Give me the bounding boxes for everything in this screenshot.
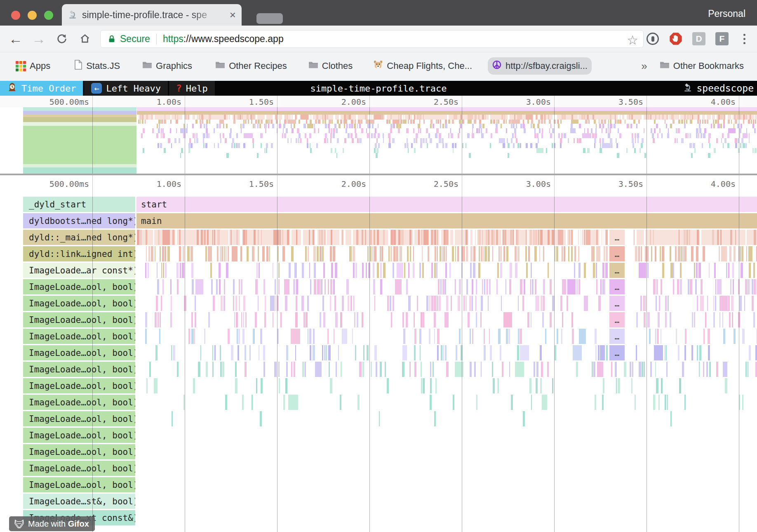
home-button[interactable] [78,31,92,46]
address-bar[interactable]: Secure https://www.speedscope.app ☆ [100,30,644,48]
reload-icon [56,33,68,45]
flame-row-label[interactable]: ImageLoade…ool, bool) [23,461,135,476]
bookmark-item[interactable]: http://sfbay.craigsli... [488,57,592,75]
flame-row-label[interactable]: dyld::link…igned int) [23,246,135,261]
extension-d-icon[interactable]: D [692,32,706,46]
speedscope-brand[interactable]: speedscope [683,81,754,96]
flame-frame-collapsed[interactable]: … [609,246,625,261]
flame-row-label[interactable]: ImageLoade…ar const*) [23,263,135,278]
flame-row-label[interactable]: ImageLoade…ool, bool) [23,329,135,344]
flame-frame-collapsed[interactable]: … [609,230,625,245]
tick-label: 1.00s [111,97,181,107]
browser-menu-button[interactable] [737,32,751,46]
flame-frame-collapsed[interactable]: … [609,263,625,278]
flame-row-label[interactable]: ImageLoade…ool, bool) [23,362,135,377]
bookmark-label: Cheap Flights, Che... [387,61,472,71]
address-separator [156,34,157,45]
flame-row-label[interactable]: dyld::_mai…ned long*) [23,230,135,245]
flame-frame[interactable]: main [136,213,757,228]
gridline [739,107,739,174]
bookmark-star-icon[interactable]: ☆ [627,33,638,48]
folder-icon [215,61,225,71]
flame-row-label[interactable]: ImageLoade…ool, bool) [23,296,135,311]
password-extension-icon[interactable] [646,32,660,46]
gridline [554,197,555,532]
flame-row-label[interactable]: ImageLoade…ool, bool) [23,378,135,393]
tab-label: Help [186,83,208,94]
tab-stub[interactable] [256,13,283,24]
flame-row-label[interactable]: ImageLoade…ool, bool) [23,345,135,360]
flame-frame-collapsed[interactable]: … [609,279,625,294]
flame-row-label[interactable]: ImageLoade…ool, bool) [23,411,135,426]
flame-row-label[interactable]: ImageLoade…st&, bool) [23,494,135,509]
gridline [739,197,739,532]
tick-label: 3.50s [573,97,643,107]
minimap-band [23,111,136,115]
deer-icon [373,60,383,72]
gridline [185,96,185,107]
forward-button[interactable]: → [31,31,46,46]
tick-label: 1.50s [204,97,274,107]
other-bookmarks-folder[interactable]: Other Bookmarks [656,57,748,75]
microscope-favicon-icon [68,9,78,21]
tick-label: 1.50s [204,179,274,189]
tick-label: 1.00s [111,179,181,189]
flamegraph-main[interactable]: _dyld_startstartdyldbootst…ned long*)mai… [0,197,757,532]
flame-frame-collapsed[interactable]: … [609,312,625,327]
bookmark-label: Other Recipes [229,61,287,71]
flame-row-label[interactable]: dyldbootst…ned long*) [23,213,135,228]
flame-row-label[interactable]: _dyld_start [23,197,135,212]
minimap-band [23,117,136,122]
gridline [554,107,555,174]
tab-label: Left Heavy [106,83,160,94]
flame-frame-collapsed[interactable]: … [609,329,625,344]
zoom-window-button[interactable] [44,11,53,20]
bookmark-label: http://sfbay.craigsli... [505,61,588,71]
close-tab-icon[interactable]: × [230,9,236,20]
back-button[interactable]: ← [8,31,23,46]
gridline [369,107,370,174]
flame-row-label[interactable]: ImageLoade…ool, bool) [23,428,135,443]
flame-row-label[interactable]: ImageLoade…ool, bool) [23,477,135,492]
bookmark-item[interactable]: Other Recipes [211,57,291,75]
gridline [185,107,185,174]
gridline [647,107,647,174]
tab-help[interactable]: ? Help [169,81,215,96]
minimap-band [23,164,136,167]
tab-time-order[interactable]: Time Order [0,81,83,96]
flame-row-label[interactable]: ImageLoade…ool, bool) [23,444,135,459]
flame-row-label[interactable]: ImageLoade…ool, bool) [23,312,135,327]
flame-frame-collapsed[interactable]: … [609,345,625,360]
gridline [647,96,647,107]
bookmark-item[interactable]: Cheap Flights, Che... [369,57,476,75]
peace-icon [492,60,502,72]
bookmarks-overflow-chevron[interactable]: » [641,60,655,73]
flame-frame[interactable]: start [136,197,757,212]
bookmark-item[interactable]: Graphics [138,57,196,75]
browser-tab[interactable]: simple-time-profile.trace - spe × [62,4,242,26]
tab-left-heavy[interactable]: ← Left Heavy [84,81,167,96]
flame-row-label[interactable]: ImageLoade…ool, bool) [23,279,135,294]
gridline [554,96,555,107]
extension-f-icon[interactable]: F [715,32,729,46]
flame-frame-collapsed[interactable]: … [609,296,625,311]
tick-label: 4.00s [665,179,736,189]
minimap-canvas[interactable] [136,107,757,174]
gridline [647,197,647,532]
close-window-button[interactable] [11,11,20,20]
flamegraph-minimap[interactable] [0,107,757,174]
gridline [462,96,462,107]
bookmark-item[interactable]: Clothes [304,57,357,75]
adblock-extension-icon[interactable] [669,32,683,46]
reload-button[interactable] [54,31,69,46]
minimize-window-button[interactable] [28,11,37,20]
bookmark-label: Clothes [322,61,353,71]
bookmark-item[interactable]: Stats.JS [70,57,124,75]
tick-label: 3.00s [481,97,551,107]
bookmark-item[interactable]: Apps [12,57,54,75]
bookmark-label: Graphics [156,61,192,71]
profile-label: Personal [708,8,745,19]
flamegraph-canvas[interactable] [136,197,757,532]
flame-row-label[interactable]: ImageLoade…ool, bool) [23,395,135,410]
apps-grid-icon [16,61,26,71]
